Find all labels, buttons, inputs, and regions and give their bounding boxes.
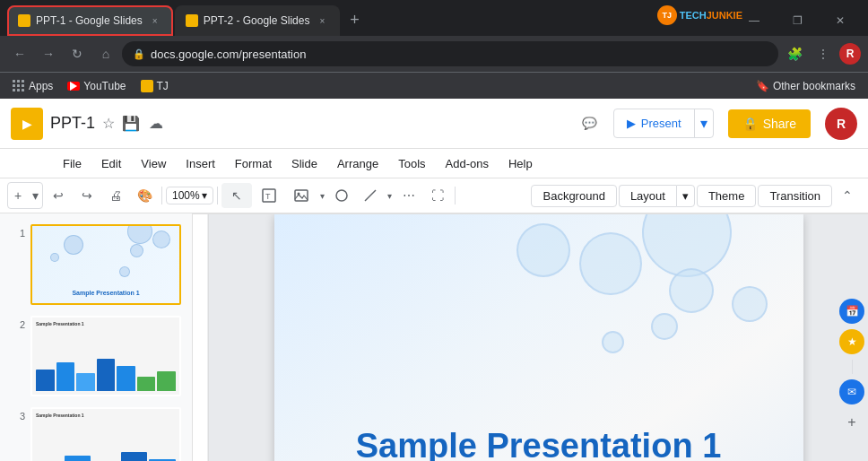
bookmark-other[interactable]: 🔖 Other bookmarks — [751, 78, 861, 94]
slide-thumbnail-1[interactable]: Sample Presentation 1 — [30, 224, 181, 305]
menu-insert[interactable]: Insert — [177, 153, 224, 174]
address-input[interactable]: 🔒 docs.google.com/presentation — [122, 41, 778, 66]
mail-action-button[interactable]: ✉ — [839, 379, 864, 404]
bookmark-apps[interactable]: Apps — [7, 78, 58, 94]
line-arrow[interactable]: ▾ — [386, 191, 394, 201]
bookmark-tj[interactable]: TJ — [135, 78, 174, 94]
slide-item-2[interactable]: 2 Sample Presentation 1 — [7, 312, 185, 400]
new-tab-button[interactable]: + — [342, 7, 367, 32]
add-slide-button[interactable]: + ▾ — [7, 182, 43, 209]
tj-logo-circle: TJ — [657, 5, 677, 25]
star-icon[interactable]: ☆ — [102, 115, 115, 132]
back-button[interactable]: ← — [7, 41, 32, 66]
menu-format[interactable]: Format — [226, 153, 281, 174]
tab-ppt1[interactable]: PPT-1 - Google Slides × — [7, 5, 173, 36]
add-slide-arrow[interactable]: ▾ — [28, 183, 42, 208]
print-button[interactable]: 🖨 — [102, 183, 129, 208]
forward-button[interactable]: → — [36, 41, 61, 66]
folder-icon[interactable]: 💾 — [122, 115, 140, 132]
tab-ppt2[interactable]: PPT-2 - Google Slides × — [175, 5, 341, 36]
tab-close-2[interactable]: × — [315, 13, 329, 28]
shapes-tool[interactable] — [328, 183, 355, 208]
minimize-button[interactable]: — — [733, 7, 775, 34]
extension-button[interactable]: 🧩 — [782, 41, 807, 66]
image-tool[interactable] — [286, 183, 317, 208]
layout-group[interactable]: Layout ▾ — [619, 185, 695, 207]
menu-view[interactable]: View — [132, 153, 175, 174]
background-button[interactable]: Background — [531, 185, 616, 207]
toolbar-divider-3 — [455, 187, 456, 204]
profile-button[interactable]: R — [839, 43, 861, 65]
menu-tools[interactable]: Tools — [389, 153, 434, 174]
address-bar: ← → ↻ ⌂ 🔒 docs.google.com/presentation 🧩… — [0, 36, 868, 72]
transition-button[interactable]: Transition — [758, 185, 832, 207]
menu-help[interactable]: Help — [499, 153, 542, 174]
maximize-button[interactable]: ❐ — [777, 7, 818, 34]
canvas-with-ruler: Sample Presentation 1 📅 ★ ✉ + — [193, 214, 868, 461]
canvas-background: Sample Presentation 1 — [274, 214, 803, 461]
line-tool-group[interactable]: ▾ — [386, 191, 394, 201]
layout-button[interactable]: Layout — [619, 185, 676, 207]
present-button[interactable]: ▶ Present ▾ — [613, 109, 714, 138]
present-main-area[interactable]: ▶ Present — [614, 111, 694, 135]
paintformat-button[interactable]: 🎨 — [131, 183, 158, 208]
textbox-tool[interactable]: T — [254, 183, 284, 208]
redo-button[interactable]: ↪ — [74, 183, 100, 208]
techjunkie-logo: TJ TECHJUNKIE — [657, 5, 742, 25]
menu-file[interactable]: File — [54, 153, 91, 174]
menu-edit[interactable]: Edit — [92, 153, 130, 174]
floating-actions: 📅 ★ ✉ + — [839, 299, 864, 435]
cursor-tool[interactable]: ↖ — [221, 183, 252, 208]
more-button[interactable]: ⋮ — [811, 41, 836, 66]
comment-button[interactable]: 💬 — [574, 108, 606, 140]
calendar-action-button[interactable]: 📅 — [839, 299, 864, 324]
zoom-arrow: ▾ — [202, 189, 207, 202]
collapse-toolbar-button[interactable]: ⌃ — [834, 183, 861, 208]
menu-slide[interactable]: Slide — [282, 153, 326, 174]
layout-arrow-button[interactable]: ▾ — [676, 185, 695, 207]
bookmark-youtube[interactable]: YouTube — [62, 78, 131, 94]
youtube-favicon — [67, 82, 80, 91]
present-label: Present — [641, 117, 681, 130]
tab-close-1[interactable]: × — [148, 13, 162, 28]
cloud-icon[interactable]: ☁ — [147, 115, 165, 132]
main-content: 1 Sample Presentation 1 2 — [0, 213, 868, 461]
fullscreen-tool[interactable]: ⛶ — [424, 183, 451, 208]
tasks-action-button[interactable]: ★ — [839, 329, 864, 354]
app-container: ▶ PPT-1 ☆ 💾 ☁ 💬 ▶ Present ▾ 🔒 Share R Fi… — [0, 99, 868, 461]
menu-arrange[interactable]: Arrange — [328, 153, 387, 174]
present-dropdown[interactable]: ▾ — [694, 109, 713, 137]
slide-thumbnail-2[interactable]: Sample Presentation 1 — [30, 316, 181, 396]
toolbar: + ▾ ↩ ↪ 🖨 🎨 100% ▾ ↖ T ▾ ▾ ⋯ — [0, 178, 868, 213]
slide-item-3[interactable]: 3 Sample Presentation 1 — [7, 404, 185, 461]
canvas-area-wrapper: Sample Presentation 1 📅 ★ ✉ + — [193, 213, 868, 461]
comment-icon: 💬 — [582, 117, 597, 130]
menu-addons[interactable]: Add-ons — [437, 153, 498, 174]
home-button[interactable]: ⌂ — [93, 41, 118, 66]
image-tool-group[interactable]: ▾ — [318, 191, 326, 201]
canvas-area[interactable]: Sample Presentation 1 📅 ★ ✉ + — [209, 214, 868, 461]
toolbar-divider-1 — [161, 187, 162, 204]
zoom-control[interactable]: 100% ▾ — [166, 187, 213, 204]
slide-canvas[interactable]: Sample Presentation 1 — [274, 214, 803, 461]
share-button[interactable]: 🔒 Share — [728, 109, 811, 138]
slides-logo: ▶ — [11, 108, 43, 140]
expand-action-button[interactable]: + — [839, 410, 864, 435]
bookmarks-bar: Apps YouTube TJ 🔖 Other bookmarks — [0, 72, 868, 99]
share-icon: 🔒 — [742, 117, 758, 131]
image-arrow[interactable]: ▾ — [318, 191, 326, 201]
refresh-button[interactable]: ↻ — [65, 41, 90, 66]
slide-thumbnail-3[interactable]: Sample Presentation 1 — [30, 407, 181, 461]
theme-button[interactable]: Theme — [697, 185, 756, 207]
add-slide-icon[interactable]: + — [8, 183, 28, 208]
svg-line-5 — [365, 190, 376, 201]
user-avatar[interactable]: R — [825, 108, 857, 140]
tj-favicon — [141, 80, 153, 92]
more-tool[interactable]: ⋯ — [395, 183, 422, 208]
app-header: ▶ PPT-1 ☆ 💾 ☁ 💬 ▶ Present ▾ 🔒 Share R — [0, 99, 868, 149]
close-button[interactable]: ✕ — [820, 7, 861, 34]
line-tool[interactable] — [357, 183, 384, 208]
slide-title[interactable]: Sample Presentation 1 — [274, 427, 803, 461]
slide-item-1[interactable]: 1 Sample Presentation 1 — [7, 221, 185, 309]
undo-button[interactable]: ↩ — [45, 183, 72, 208]
